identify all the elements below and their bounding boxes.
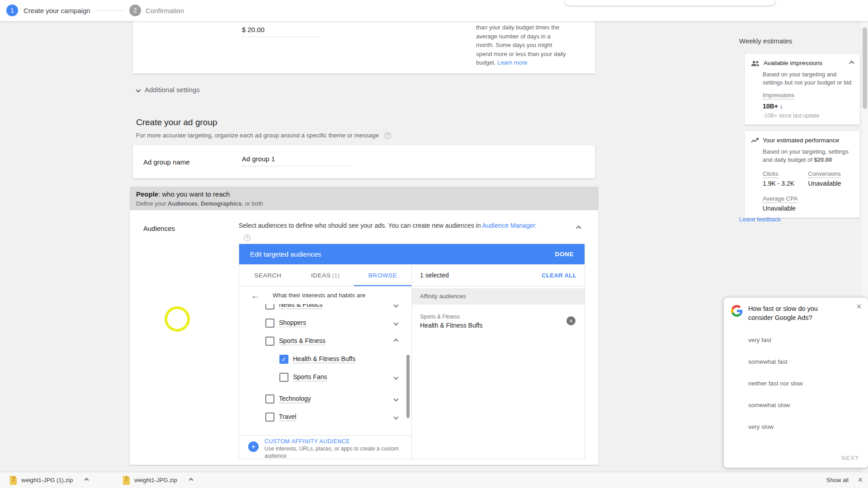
download-item[interactable]: weight1-JPG.zip bbox=[123, 472, 193, 488]
survey-options: very fast somewhat fast neither fast nor… bbox=[748, 329, 859, 438]
audience-row-label[interactable]: Shoppers bbox=[279, 319, 306, 327]
audience-row[interactable]: Travel bbox=[239, 408, 411, 426]
step-1-circle: 1 bbox=[6, 5, 18, 16]
custom-affinity-audience-button[interactable]: CUSTOM AFFINITY AUDIENCE bbox=[264, 438, 350, 445]
survey-option[interactable]: somewhat fast bbox=[748, 351, 859, 373]
help-icon[interactable] bbox=[244, 235, 250, 241]
people-icon bbox=[751, 60, 760, 66]
back-arrow-icon[interactable]: ← bbox=[251, 291, 260, 300]
performance-metrics: Clicks 1.9K - 3.2K Conversions Unavailab… bbox=[751, 169, 854, 212]
audience-row[interactable]: Shoppers bbox=[239, 314, 411, 332]
audience-row-label[interactable]: Sports Fans bbox=[293, 373, 327, 381]
chevron-up-icon[interactable] bbox=[189, 478, 193, 483]
breadcrumb-label: What their interests and habits are bbox=[273, 292, 366, 299]
budget-card: than your daily budget times the average… bbox=[133, 21, 595, 74]
learn-more-link[interactable]: Learn more bbox=[497, 59, 527, 66]
editor-tabs: SEARCH IDEAS (1) BROWSE bbox=[239, 264, 411, 286]
clicks-metric: Clicks 1.9K - 3.2K bbox=[763, 169, 808, 187]
download-filename: weight1-JPG.zip bbox=[134, 477, 177, 483]
people-subheading: Define your Audiences, Demographics, or … bbox=[136, 200, 599, 207]
audience-row[interactable]: Sports & Fitness bbox=[239, 332, 411, 350]
impressions-card-title: Available impressions bbox=[764, 60, 846, 66]
audience-row-label[interactable]: Health & Fitness Buffs bbox=[293, 355, 355, 363]
audience-row-label[interactable]: Sports & Fitness bbox=[279, 337, 326, 345]
tab-search[interactable]: SEARCH bbox=[239, 264, 297, 286]
survey-option[interactable]: neither fast nor slow bbox=[748, 373, 859, 394]
list-scrollbar-thumb[interactable] bbox=[406, 355, 410, 418]
plus-icon[interactable] bbox=[248, 441, 259, 452]
tab-ideas[interactable]: IDEAS (1) bbox=[297, 264, 354, 286]
people-heading-rest: : who you want to reach bbox=[158, 190, 230, 198]
remove-audience-button[interactable]: × bbox=[566, 316, 576, 325]
performance-card-title: Your estimated performance bbox=[763, 137, 854, 144]
close-icon[interactable]: × bbox=[856, 301, 862, 312]
checkbox[interactable] bbox=[265, 337, 274, 346]
close-icon[interactable]: × bbox=[858, 472, 863, 488]
average-cpa-metric: Average CPA Unavailable bbox=[763, 194, 808, 212]
chevron-down-icon bbox=[136, 87, 141, 92]
checkbox[interactable] bbox=[265, 304, 274, 310]
clicks-value: 1.9K - 3.2K bbox=[763, 180, 808, 187]
checkbox[interactable] bbox=[265, 319, 274, 328]
done-button[interactable]: DONE bbox=[555, 251, 574, 258]
audiences-description-text: Select audiences to define who should se… bbox=[239, 222, 482, 229]
tab-browse[interactable]: BROWSE bbox=[354, 264, 411, 286]
audience-row[interactable]: Health & Fitness Buffs bbox=[239, 350, 411, 368]
step-2-circle: 2 bbox=[129, 5, 141, 16]
create-ad-group-subtitle: For more accurate targeting, organize ea… bbox=[136, 132, 391, 139]
estimated-performance-card: Your estimated performance Based on your… bbox=[745, 131, 860, 218]
checkbox[interactable] bbox=[279, 373, 288, 382]
create-ad-group-subtitle-text: For more accurate targeting, organize ea… bbox=[136, 132, 379, 139]
audience-row[interactable]: Sports Fans bbox=[239, 368, 411, 386]
chevron-down-icon[interactable] bbox=[393, 320, 398, 325]
audience-row-label[interactable]: Technology bbox=[279, 395, 311, 403]
chevron-down-icon[interactable] bbox=[393, 304, 398, 308]
page-scrollbar-thumb[interactable] bbox=[863, 28, 867, 109]
selection-header: 1 selected CLEAR ALL bbox=[412, 264, 585, 286]
clicks-label: Clicks bbox=[763, 170, 778, 178]
selected-audience-category: Sports & Fitness bbox=[420, 314, 576, 320]
audience-manager-link[interactable]: Audience Manager. bbox=[482, 222, 537, 229]
audience-row[interactable]: News & Politics bbox=[239, 304, 411, 314]
chevron-up-icon[interactable] bbox=[85, 478, 89, 483]
browser-downloads-bar: weight1-JPG (1).zip weight1-JPG.zip Show… bbox=[0, 472, 868, 488]
checkbox[interactable] bbox=[265, 413, 274, 422]
budget-amount-input[interactable] bbox=[242, 24, 319, 37]
show-all-downloads-button[interactable]: Show all bbox=[826, 472, 849, 488]
chevron-up-icon[interactable] bbox=[849, 61, 854, 66]
performance-card-header: Your estimated performance bbox=[751, 137, 854, 144]
people-heading: People: who you want to reach bbox=[136, 190, 599, 198]
audiences-panel-label: Audiences bbox=[143, 225, 175, 232]
audience-row-label[interactable]: News & Politics bbox=[279, 304, 322, 309]
audience-row-label[interactable]: Travel bbox=[279, 413, 296, 421]
conversions-value: Unavailable bbox=[808, 180, 854, 187]
chevron-up-icon[interactable] bbox=[393, 338, 398, 343]
chevron-down-icon[interactable] bbox=[393, 375, 398, 380]
step-2-label: Confirmation bbox=[146, 7, 184, 14]
chevron-up-icon[interactable] bbox=[576, 225, 581, 230]
google-ads-campaign-page: 1 Create your campaign 2 Confirmation th… bbox=[0, 0, 868, 488]
chevron-down-icon[interactable] bbox=[393, 396, 398, 401]
additional-settings-toggle[interactable]: Additional settings bbox=[137, 86, 200, 94]
ad-group-name-card: Ad group name bbox=[133, 145, 595, 178]
clear-all-button[interactable]: CLEAR ALL bbox=[542, 272, 576, 279]
checkbox[interactable] bbox=[265, 394, 274, 404]
audience-row[interactable]: Technology bbox=[239, 390, 411, 408]
checkbox-checked[interactable] bbox=[279, 355, 288, 364]
leave-feedback-link[interactable]: Leave feedback bbox=[739, 216, 781, 223]
ad-group-name-input[interactable] bbox=[242, 154, 350, 166]
impressions-delta-note: -10B+ since last update bbox=[751, 113, 854, 119]
survey-option[interactable]: very slow bbox=[748, 416, 859, 438]
download-item[interactable]: weight1-JPG (1).zip bbox=[10, 472, 88, 488]
survey-option[interactable]: somewhat slow bbox=[748, 394, 859, 416]
weekly-estimates-title: Weekly estimates bbox=[739, 37, 792, 45]
survey-next-button[interactable]: NEXT bbox=[841, 455, 859, 461]
budget-amount-field-wrap bbox=[242, 24, 319, 37]
chevron-down-icon[interactable] bbox=[393, 414, 398, 419]
trend-icon bbox=[751, 138, 759, 143]
conversions-label: Conversions bbox=[808, 170, 841, 178]
survey-option[interactable]: very fast bbox=[748, 329, 859, 351]
survey-question: How fast or slow do you consider Google … bbox=[748, 305, 836, 322]
google-ads-survey-popup: How fast or slow do you consider Google … bbox=[724, 298, 868, 468]
help-icon[interactable] bbox=[384, 132, 391, 139]
